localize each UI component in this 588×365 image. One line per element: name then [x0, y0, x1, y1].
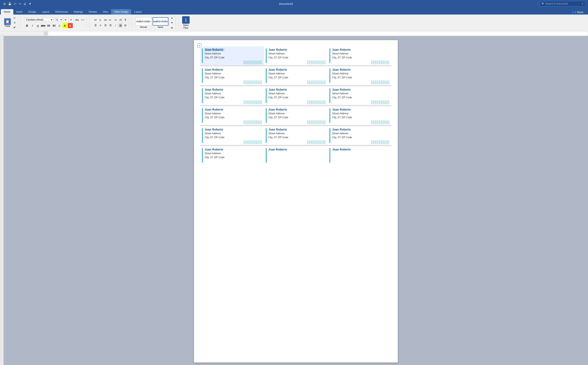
- tab-view[interactable]: View: [100, 9, 111, 14]
- label-address-2: City, ST ZIP Code: [269, 135, 288, 140]
- clear-formatting-button[interactable]: A✕: [80, 17, 85, 22]
- save-icon[interactable]: 💾: [7, 2, 12, 6]
- label-card[interactable]: Joan Roberts Street Address City, ST ZIP…: [200, 106, 264, 125]
- ruler: ▼ // Will render via JS below: [0, 31, 588, 36]
- align-left-button[interactable]: ☰: [93, 23, 98, 28]
- bullets-button[interactable]: ≡•: [93, 18, 98, 22]
- tab-table-design[interactable]: Table Design: [111, 9, 131, 14]
- font-size-selector[interactable]: 11 ▾: [55, 18, 63, 22]
- multilevel-list-button[interactable]: ≡≡: [103, 18, 108, 22]
- label-name: Joan Roberts: [205, 148, 224, 151]
- sidebar-icon[interactable]: ⊟: [2, 2, 7, 6]
- format-painter-icon[interactable]: 🖌: [13, 25, 17, 29]
- justify-button[interactable]: ☰: [108, 23, 113, 28]
- line-spacing-button[interactable]: ↕: [113, 23, 118, 28]
- label-address-1: Street Address: [332, 72, 352, 76]
- label-address-1: Street Address: [205, 112, 224, 116]
- paste-icon: 📋: [4, 18, 11, 25]
- styles-pane-button[interactable]: 1 Styles Pane: [181, 15, 191, 30]
- label-card[interactable]: Joan Roberts Street Address City, ST ZIP…: [328, 106, 391, 125]
- label-card[interactable]: Joan Roberts Street Address City, ST ZIP…: [264, 66, 328, 85]
- search-dropdown-icon[interactable]: ▼: [581, 3, 584, 5]
- label-name: Joan Roberts: [269, 128, 288, 131]
- highlight-button[interactable]: A: [62, 23, 67, 28]
- superscript-button[interactable]: X2: [52, 23, 57, 28]
- share-button[interactable]: 👤+ Share: [569, 10, 586, 14]
- tab-design[interactable]: Design: [25, 9, 39, 14]
- change-case-button[interactable]: Aa: [74, 17, 79, 22]
- style-normal[interactable]: AaBbCcDdEe Normal: [135, 17, 151, 29]
- label-address-1: Street Address: [332, 132, 352, 135]
- label-name: Joan Roberts: [332, 48, 352, 51]
- label-card[interactable]: Joan Roberts Street Address City, ST ZIP…: [264, 86, 328, 105]
- tab-mailings[interactable]: Mailings: [71, 9, 86, 14]
- label-card[interactable]: Joan Roberts Street Address City, ST ZIP…: [264, 46, 328, 65]
- label-card[interactable]: Joan Roberts Street Address City, ST ZIP…: [328, 46, 391, 65]
- borders-button[interactable]: ⊟: [123, 23, 128, 28]
- styles-scroll-up[interactable]: ▲: [170, 15, 174, 20]
- font-name-dropdown-icon: ▾: [51, 18, 52, 21]
- label-card[interactable]: Joan Roberts Street Address City, ST ZIP…: [200, 66, 264, 85]
- underline-button[interactable]: U: [35, 23, 40, 28]
- shading-button[interactable]: ▥: [118, 23, 123, 28]
- label-content: Joan Roberts Street Address City, ST ZIP…: [332, 128, 352, 140]
- clipboard-section: 📋 Paste ✂ ⎘ 🖌: [3, 16, 17, 29]
- label-card[interactable]: Joan Roberts Street Address City, ST ZIP…: [328, 126, 391, 145]
- search-input[interactable]: [545, 2, 581, 5]
- decrease-indent-button[interactable]: ⇤: [108, 18, 113, 22]
- tab-layout[interactable]: Layout: [39, 9, 52, 14]
- label-card[interactable]: Joan Roberts Street Address City, ST ZIP…: [264, 106, 328, 125]
- print-icon[interactable]: 🖨: [23, 2, 27, 6]
- teal-accent-bar: [202, 49, 203, 63]
- search-box[interactable]: 🔍 ▼: [540, 1, 586, 7]
- label-content: Joan Roberts Street Address City, ST ZIP…: [332, 48, 352, 60]
- label-address-2: City, ST ZIP Code: [269, 76, 288, 80]
- bold-button[interactable]: B: [25, 23, 29, 28]
- subscript-button[interactable]: X2: [46, 23, 51, 28]
- tab-table-layout[interactable]: Layout: [131, 9, 144, 14]
- label-address-2: City, ST ZIP Code: [205, 135, 224, 140]
- font-size-increase-button[interactable]: A+: [64, 17, 68, 22]
- styles-scroll-down[interactable]: ▼: [170, 20, 174, 25]
- sort-button[interactable]: ↕A: [118, 18, 123, 22]
- teal-accent-bar: [202, 128, 203, 143]
- barcode: [244, 61, 262, 64]
- tab-review[interactable]: Review: [86, 9, 100, 14]
- label-card[interactable]: Joan Roberts Street Address City, ST ZIP…: [200, 146, 264, 165]
- align-center-button[interactable]: ≡: [98, 23, 103, 28]
- styles-pane-sublabel: Pane: [183, 27, 188, 29]
- styles-more[interactable]: ⊞: [170, 25, 174, 30]
- redo-icon[interactable]: ↪: [18, 2, 22, 6]
- undo-icon[interactable]: ↩: [13, 2, 17, 6]
- barcode: [371, 140, 390, 144]
- tab-insert[interactable]: Insert: [13, 9, 25, 14]
- label-card[interactable]: Joan Roberts: [264, 146, 328, 165]
- label-card[interactable]: Joan Roberts Street Address City, ST ZIP…: [328, 86, 391, 105]
- label-card[interactable]: Joan Roberts Street Address City, ST ZIP…: [200, 86, 264, 105]
- increase-indent-button[interactable]: ⇥: [113, 18, 118, 22]
- tab-home[interactable]: Home: [1, 9, 13, 14]
- show-formatting-button[interactable]: ¶: [123, 18, 128, 22]
- italic-button[interactable]: I: [30, 23, 35, 28]
- font-name-selector[interactable]: Candara (Head... ▾: [25, 18, 54, 22]
- font-size-decrease-button[interactable]: A-: [69, 17, 74, 22]
- copy-icon[interactable]: ⎘: [13, 21, 17, 25]
- paste-button[interactable]: 📋 Paste: [3, 18, 12, 28]
- tab-references[interactable]: References: [52, 9, 71, 14]
- font-color-button[interactable]: A: [57, 23, 62, 28]
- font-highlight-red-button[interactable]: A: [68, 23, 73, 28]
- teal-accent-bar: [202, 148, 203, 163]
- align-right-button[interactable]: ☰: [103, 23, 108, 28]
- teal-accent-bar: [266, 148, 267, 163]
- label-card[interactable]: Joan Roberts: [328, 146, 391, 165]
- customize-icon[interactable]: ▼: [28, 2, 32, 6]
- style-name[interactable]: AaBbCcDdEe Name: [153, 17, 168, 29]
- label-card[interactable]: Joan Roberts Street Address City, ST ZIP…: [200, 126, 264, 145]
- barcode: [244, 80, 262, 84]
- label-card[interactable]: Joan Roberts Street Address City, ST ZIP…: [328, 66, 391, 85]
- label-card[interactable]: Joan Roberts Street Address City, ST ZIP…: [264, 126, 328, 145]
- strikethrough-button[interactable]: abc: [41, 23, 46, 28]
- cut-icon[interactable]: ✂: [13, 16, 17, 20]
- label-card[interactable]: Joan Roberts Street Address City, ST ZIP…: [200, 46, 264, 65]
- numbering-button[interactable]: 1.: [98, 18, 103, 22]
